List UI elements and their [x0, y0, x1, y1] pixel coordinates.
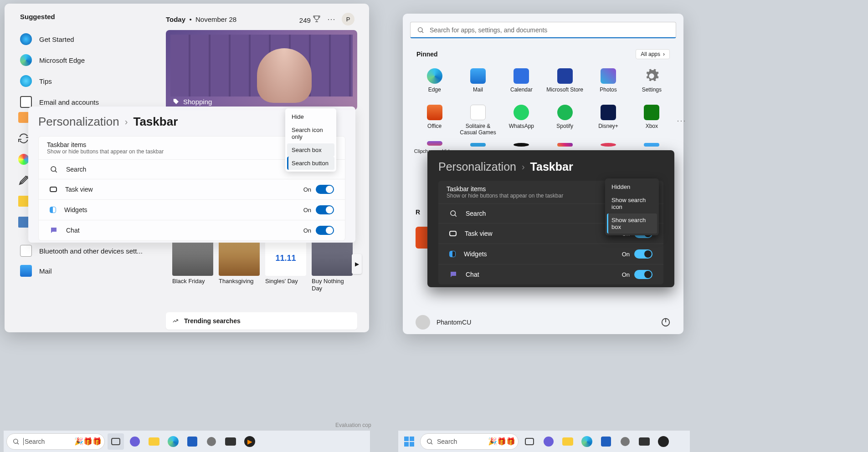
svg-point-8 — [544, 437, 554, 447]
edge-button[interactable] — [165, 433, 181, 450]
app-settings[interactable]: Settings — [631, 66, 673, 102]
crumb-personalization-dark[interactable]: Personalization — [438, 160, 516, 173]
trending-searches[interactable]: Trending searches — [166, 312, 357, 330]
row-chat-light[interactable]: Chat On — [39, 220, 345, 240]
settings-button[interactable] — [203, 433, 220, 450]
store-button[interactable] — [184, 433, 200, 450]
terminal-button-r[interactable] — [636, 433, 652, 450]
crumb-personalization[interactable]: Personalization — [38, 115, 119, 129]
row-widgets-dark[interactable]: Widgets On — [438, 244, 663, 264]
settings-nav-rail — [18, 112, 29, 238]
app-disney[interactable]: Disney+ — [587, 102, 629, 138]
dd-hidden[interactable]: Hidden — [607, 180, 657, 193]
toggle-chat-light[interactable] — [316, 226, 334, 235]
app-photos[interactable]: Photos — [587, 66, 629, 102]
taskbar-search-right[interactable]: Search 🎉🎁🎁 — [420, 433, 519, 450]
thumbs-next-button[interactable]: ▶ — [352, 254, 362, 274]
user-avatar[interactable]: P — [342, 13, 354, 25]
dd-show-search-icon[interactable]: Show search icon — [607, 193, 657, 213]
dd-search-button[interactable]: Search button — [287, 157, 334, 170]
chevron-right-icon: › — [125, 117, 128, 127]
shopping-thumbs: Black Friday Thanksgiving 11.11Singles' … — [172, 240, 359, 292]
app-spotify[interactable]: Spotify — [544, 102, 586, 138]
chat-button[interactable] — [127, 433, 143, 450]
app-mail[interactable]: Mail — [457, 66, 498, 102]
hero-card[interactable]: Shopping — [166, 30, 357, 110]
dd-search-box[interactable]: Search box — [287, 143, 334, 157]
dd-show-search-box[interactable]: Show search box — [607, 213, 657, 234]
crumb-taskbar: Taskbar — [133, 115, 178, 129]
task-view-button[interactable] — [108, 433, 124, 450]
all-apps-button[interactable]: All apps› — [636, 49, 670, 59]
svg-point-7 — [427, 439, 431, 443]
suggested-item-edge[interactable]: Microsoft Edge — [20, 50, 162, 71]
nav-icon-6[interactable] — [18, 217, 29, 228]
recommended-title: R — [416, 208, 420, 216]
dd-hide[interactable]: Hide — [287, 110, 334, 123]
terminal-button[interactable] — [222, 433, 239, 450]
suggested-item-get-started[interactable]: Get Started — [20, 29, 162, 50]
toggle-widgets-dark[interactable] — [634, 249, 652, 259]
start-search-box[interactable]: Search for apps, settings, and documents — [410, 22, 676, 38]
nav-icon-4[interactable] — [18, 175, 29, 186]
media-button[interactable]: ▶ — [241, 433, 258, 450]
pinned-page-dots[interactable]: ⋮ — [676, 117, 687, 127]
thumb-buy-nothing[interactable]: Buy Nothing Day — [312, 240, 353, 292]
nav-icon-2[interactable] — [18, 133, 29, 144]
row-taskview-light[interactable]: Task view On — [39, 179, 345, 199]
rewards-points[interactable]: 249 — [299, 15, 321, 24]
tips-icon — [20, 75, 32, 87]
toggle-taskview-light[interactable] — [316, 185, 334, 194]
disney-icon — [601, 105, 616, 120]
thumb-black-friday[interactable]: Black Friday — [172, 240, 213, 292]
mail-app-icon — [20, 265, 32, 277]
nav-icon-3[interactable] — [18, 154, 29, 165]
whatsapp-icon — [514, 105, 529, 120]
user-button[interactable]: PhantomCU — [416, 315, 471, 330]
app-edge[interactable]: Edge — [414, 66, 455, 102]
suggested-item-tips[interactable]: Tips — [20, 71, 162, 91]
suggested-item-bluetooth[interactable]: Bluetooth and other devices sett... — [20, 240, 143, 261]
task-view-button-r[interactable] — [521, 433, 538, 450]
start-button[interactable] — [401, 433, 417, 450]
app-xbox[interactable]: Xbox — [631, 102, 673, 138]
gear-icon — [644, 68, 659, 84]
obs-button[interactable] — [655, 433, 672, 450]
nav-icon-1[interactable] — [18, 112, 29, 123]
suggested-item-mail[interactable]: Mail — [20, 260, 52, 281]
svg-point-4 — [14, 439, 18, 443]
toggle-widgets-light[interactable] — [316, 205, 334, 214]
row-widgets-light[interactable]: Widgets On — [39, 199, 345, 220]
toggle-chat-dark[interactable] — [634, 270, 652, 279]
taskbar-search-left[interactable]: Search 🎉🎁🎁 — [6, 433, 105, 450]
thumb-singles-day[interactable]: 11.11Singles' Day — [265, 240, 306, 292]
search-icon — [12, 438, 20, 445]
thumb-thanksgiving[interactable]: Thanksgiving — [219, 240, 260, 292]
store-button-r[interactable] — [598, 433, 614, 450]
office-icon — [427, 105, 442, 120]
explorer-button-r[interactable] — [560, 433, 576, 450]
row-chat-dark[interactable]: Chat On — [438, 264, 663, 284]
chevron-right-icon: › — [663, 51, 665, 57]
app-solitaire[interactable]: Solitaire & Casual Games — [457, 102, 498, 138]
edge-icon — [20, 54, 32, 66]
edge-button-r[interactable] — [579, 433, 595, 450]
dd-search-icon-only[interactable]: Search icon only — [287, 123, 334, 143]
chat-button-r[interactable] — [540, 433, 557, 450]
nav-icon-5[interactable] — [18, 196, 29, 207]
settings-button-r[interactable] — [617, 433, 633, 450]
app-store[interactable]: Microsoft Store — [544, 66, 586, 102]
get-started-icon — [20, 33, 32, 45]
photos-icon — [601, 68, 616, 84]
evaluation-watermark: Evaluation cop — [335, 422, 371, 428]
explorer-button[interactable] — [146, 433, 162, 450]
svg-point-9 — [621, 437, 630, 446]
app-office[interactable]: Office — [414, 102, 455, 138]
more-icon[interactable]: ⋯ — [327, 14, 335, 24]
feed-column: Today • November 28 249 ⋯ P Shopping — [166, 13, 357, 110]
widgets-icon — [449, 251, 456, 257]
start-footer: PhantomCU — [416, 315, 671, 330]
app-calendar[interactable]: Calendar — [501, 66, 542, 102]
app-whatsapp[interactable]: WhatsApp — [501, 102, 542, 138]
power-icon[interactable] — [661, 317, 671, 327]
